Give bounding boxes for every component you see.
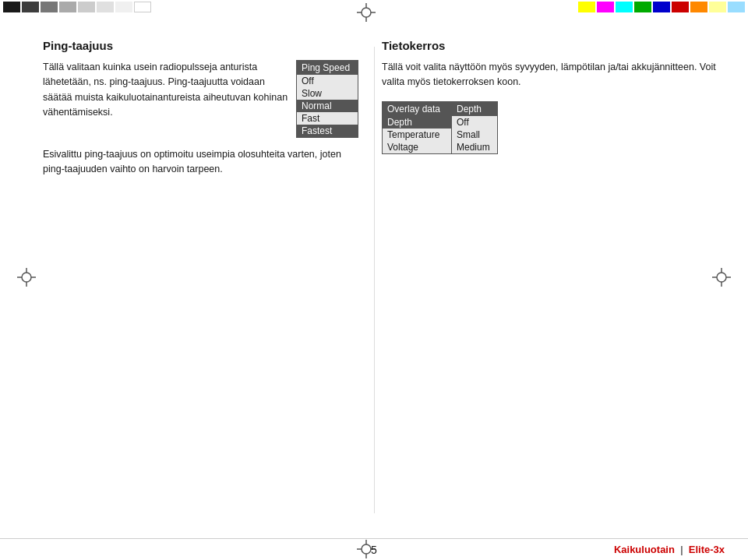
ping-speed-item-slow[interactable]: Slow	[297, 87, 358, 100]
swatch-black	[3, 2, 20, 12]
left-paragraph1: Tällä valitaan kuinka usein radio­pulsse…	[43, 60, 288, 121]
left-text-block: Tällä valitaan kuinka usein radio­pulsse…	[43, 60, 288, 121]
overlay-submenu[interactable]: Depth Off Small Medium	[451, 101, 498, 154]
ping-speed-menu[interactable]: Ping Speed Off Slow Normal Fast Fastest	[296, 60, 358, 138]
swatch-yellow	[578, 2, 595, 12]
swatch-blue	[653, 2, 670, 12]
swatch-white	[134, 2, 151, 12]
swatch-nearwhite	[115, 2, 132, 12]
swatch-green	[634, 2, 651, 12]
overlay-submenu-title: Depth	[452, 102, 497, 116]
bottom-bar: 5 Kaikuluotain | Elite-3x	[0, 538, 748, 560]
swatch-red	[672, 2, 689, 12]
submenu-item-off[interactable]: Off	[452, 116, 497, 129]
submenu-item-medium[interactable]: Medium	[452, 141, 497, 153]
ping-speed-box[interactable]: Ping Speed Off Slow Normal Fast Fastest	[296, 60, 358, 138]
ping-speed-item-fast[interactable]: Fast	[297, 112, 358, 125]
left-paragraph2: Esivalittu ping-taajuus on optimoitu use…	[43, 147, 358, 178]
overlay-item-temperature[interactable]: Temperature	[383, 129, 451, 141]
top-bar-left-swatches	[0, 0, 154, 14]
swatch-magenta	[597, 2, 614, 12]
left-content-inline: Tällä valitaan kuinka usein radio­pulsse…	[43, 60, 358, 138]
top-bar-right-swatches	[575, 0, 748, 14]
swatch-gray	[59, 2, 76, 12]
overlay-data-container[interactable]: Overlay data Depth Temperature Voltage D…	[382, 101, 725, 154]
swatch-darkgray	[22, 2, 39, 12]
swatch-lightgray	[78, 2, 95, 12]
swatch-medgray	[41, 2, 58, 12]
overlay-data-menu[interactable]: Overlay data Depth Temperature Voltage	[382, 101, 452, 154]
swatch-lightyellow	[709, 2, 726, 12]
crosshair-top-center	[357, 3, 376, 22]
brand-product: Elite-3x	[689, 544, 725, 555]
overlay-item-depth[interactable]: Depth	[383, 116, 451, 129]
svg-point-0	[362, 8, 371, 17]
ping-speed-item-normal[interactable]: Normal	[297, 100, 358, 112]
page-number: 5	[371, 544, 377, 556]
submenu-item-small[interactable]: Small	[452, 129, 497, 141]
brand-text: Kaikuluotain | Elite-3x	[614, 544, 725, 555]
swatch-lighter	[97, 2, 114, 12]
left-column: Ping-taajuus Tällä valitaan kuinka usein…	[0, 23, 374, 537]
right-section-title: Tietokerros	[382, 39, 725, 52]
right-paragraph1: Tällä voit valita näyttöön myös syvyyden…	[382, 60, 725, 90]
ping-speed-title: Ping Speed	[297, 61, 358, 75]
overlay-item-voltage[interactable]: Voltage	[383, 141, 451, 153]
swatch-lightblue	[728, 2, 745, 12]
column-divider	[374, 47, 375, 513]
overlay-data-title: Overlay data	[383, 102, 451, 116]
swatch-cyan	[616, 2, 633, 12]
brand-name: Kaikuluotain	[614, 544, 675, 555]
left-section-title: Ping-taajuus	[43, 39, 358, 52]
swatch-orange	[690, 2, 707, 12]
ping-speed-item-fastest[interactable]: Fastest	[297, 125, 358, 137]
main-content: Ping-taajuus Tällä valitaan kuinka usein…	[0, 23, 748, 537]
ping-speed-item-off[interactable]: Off	[297, 75, 358, 87]
right-column: Tietokerros Tällä voit valita näyttöön m…	[374, 23, 748, 537]
